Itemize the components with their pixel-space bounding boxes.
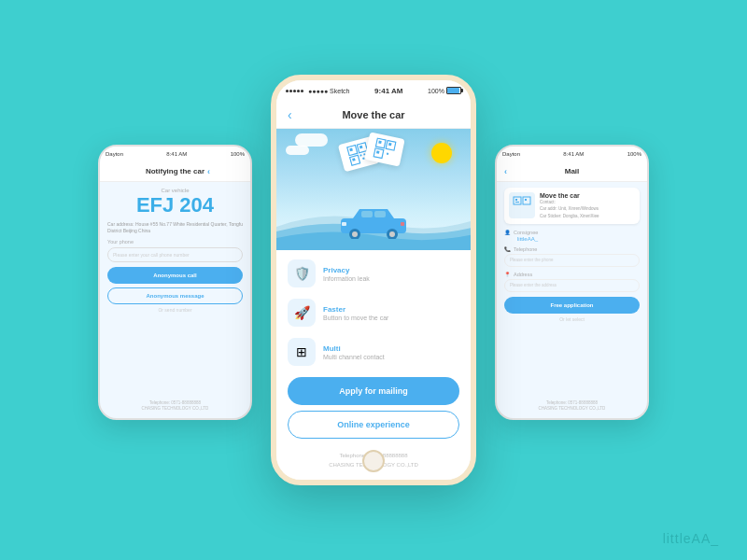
signal-dots <box>286 90 303 92</box>
left-anon-message-label: Anonymous message <box>146 293 204 299</box>
left-anon-call-btn[interactable]: Anonymous call <box>107 267 243 284</box>
right-telephone-input[interactable]: Please enter the phone <box>504 254 640 267</box>
main-time: 9:41 AM <box>374 87 402 95</box>
main-nav-title: Move the car <box>342 109 404 120</box>
left-anon-call-label: Anonymous call <box>153 273 196 278</box>
right-nav-title: Mail <box>565 167 580 175</box>
right-free-btn[interactable]: Free application <box>504 297 640 314</box>
cloud-1 <box>295 133 328 147</box>
signal-dot-2 <box>289 90 292 92</box>
faster-title: Faster <box>323 305 388 314</box>
svg-rect-21 <box>387 153 388 155</box>
right-phone: Dayton 8:41 AM 100% ‹ Mail Move the car … <box>495 145 649 420</box>
battery-fill <box>447 88 459 93</box>
right-carrier: Dayton <box>502 151 520 157</box>
svg-point-26 <box>352 231 358 237</box>
qr-code-2-icon <box>373 137 397 161</box>
home-button[interactable] <box>362 450 385 472</box>
right-card-image <box>509 192 535 218</box>
main-phone: ●●●●● Sketch 9:41 AM 100% ‹ Move the car <box>271 75 476 485</box>
faster-icon: 🚀 <box>288 299 316 327</box>
signal-dot-5 <box>301 90 303 92</box>
left-phone-label: Your phone <box>107 239 243 245</box>
main-status-bar: ●●●●● Sketch 9:41 AM 100% <box>276 80 471 101</box>
svg-rect-18 <box>388 143 392 147</box>
svg-rect-30 <box>401 222 404 226</box>
right-card-text: Move the car Contact: Car addr: Unit, Xi… <box>540 192 599 219</box>
feature-privacy: 🛡️ Privacy Information leak <box>288 259 459 287</box>
left-phone-input[interactable]: Please enter your call phone number <box>107 247 243 262</box>
cloud-2 <box>286 146 309 155</box>
experience-btn[interactable]: Online experience <box>288 411 459 439</box>
privacy-title: Privacy <box>323 266 370 274</box>
experience-btn-label: Online experience <box>337 420 410 429</box>
left-footer-line1: Telephone: 0571-88888888 <box>100 400 250 407</box>
svg-rect-6 <box>349 148 353 152</box>
right-time: 8:41 AM <box>563 151 584 157</box>
svg-rect-24 <box>374 211 386 217</box>
right-free-label: Free application <box>550 302 593 308</box>
right-status-bar: Dayton 8:41 AM 100% <box>497 147 647 161</box>
left-footer-line2: CHASING TECHNOLOGY CO.,LTD <box>100 406 250 413</box>
right-footer-line1: Telephone: 0571-88888888 <box>497 400 647 407</box>
right-nav-bar: ‹ Mail <box>497 161 647 182</box>
privacy-icon: 🛡️ <box>288 259 316 287</box>
right-footer: Telephone: 0571-88888888 CHASING TECHNOL… <box>497 400 647 413</box>
right-card-detail3: Car Sticker: Dongba, XineriXiee <box>540 214 599 219</box>
apply-btn-label: Apply for mailing <box>339 386 408 396</box>
right-card-title: Move the car <box>540 192 599 199</box>
right-telephone-label: 📞 Telephone <box>504 246 640 252</box>
right-address-field: 📍 Address Please enter the address <box>504 272 640 292</box>
svg-rect-16 <box>378 141 382 145</box>
left-phone: Dayton 8:41 AM 100% ‹ Notifying the car … <box>98 145 252 420</box>
privacy-desc: Information leak <box>323 275 370 282</box>
feature-multi: ⊞ Multi Multi channel contact <box>288 338 459 366</box>
right-address-input[interactable]: Please enter the address <box>504 279 640 292</box>
hero-section <box>276 129 471 250</box>
multi-desc: Multi channel contact <box>323 354 385 360</box>
signal-dot-1 <box>286 90 289 92</box>
left-anon-message-btn[interactable]: Anonymous message <box>107 287 243 304</box>
left-or-text: Or send number <box>107 307 243 313</box>
right-consignee-value: littleAA_ <box>517 236 640 242</box>
svg-rect-29 <box>342 222 346 226</box>
cards-container <box>341 140 406 191</box>
main-back-btn[interactable]: ‹ <box>288 107 292 122</box>
signal-dot-4 <box>297 90 300 92</box>
sun-icon <box>431 143 452 163</box>
left-content: Car vehicle EFJ 204 Car address: House #… <box>100 182 250 318</box>
svg-rect-11 <box>359 154 361 156</box>
right-consignee-field: 👤 Consignee littleAA_ <box>504 230 640 242</box>
right-or-text: Or let select <box>504 316 640 322</box>
right-card-detail2: Car addr: Unit, Xinren/Windows <box>540 206 599 212</box>
right-telephone-field: 📞 Telephone Please enter the phone <box>504 246 640 267</box>
left-footer: Telephone: 0571-88888888 CHASING TECHNOL… <box>100 400 250 413</box>
main-nav-bar: ‹ Move the car <box>276 101 471 129</box>
right-content: Move the car Contact: Car addr: Unit, Xi… <box>497 182 647 328</box>
right-telephone-placeholder: Please enter the phone <box>510 258 554 262</box>
right-consignee-label: 👤 Consignee <box>504 230 640 235</box>
right-address-placeholder: Please enter the address <box>510 283 557 287</box>
right-footer-line2: CHASING TECHNOLOGY CO.,LTD <box>497 406 647 413</box>
left-time: 8:41 AM <box>166 151 187 157</box>
main-battery: 100% <box>428 87 461 94</box>
right-card-detail1: Contact: <box>540 200 599 205</box>
right-back-arrow[interactable]: ‹ <box>504 167 507 176</box>
main-phone-inner: ●●●●● Sketch 9:41 AM 100% ‹ Move the car <box>276 80 471 480</box>
brand-text: littleAA_ <box>663 531 719 546</box>
left-address: Car address: House #55 No.77 White Resid… <box>107 221 243 234</box>
left-back-arrow[interactable]: ‹ <box>207 167 210 176</box>
card-float-area <box>341 140 406 191</box>
left-carrier: Dayton <box>106 151 123 157</box>
right-mail-card: Move the car Contact: Car addr: Unit, Xi… <box>504 188 640 224</box>
left-battery: 100% <box>231 151 245 157</box>
multi-icon: ⊞ <box>288 338 316 366</box>
wave-area <box>276 199 471 250</box>
svg-rect-10 <box>352 158 356 161</box>
right-address-label: 📍 Address <box>504 272 640 277</box>
main-signal: ●●●●● Sketch <box>286 88 350 94</box>
apply-btn[interactable]: Apply for mailing <box>288 377 459 405</box>
left-status-bar: Dayton 8:41 AM 100% <box>100 147 250 161</box>
left-nav-title: Notifying the car <box>146 167 204 175</box>
battery-icon <box>446 87 461 94</box>
